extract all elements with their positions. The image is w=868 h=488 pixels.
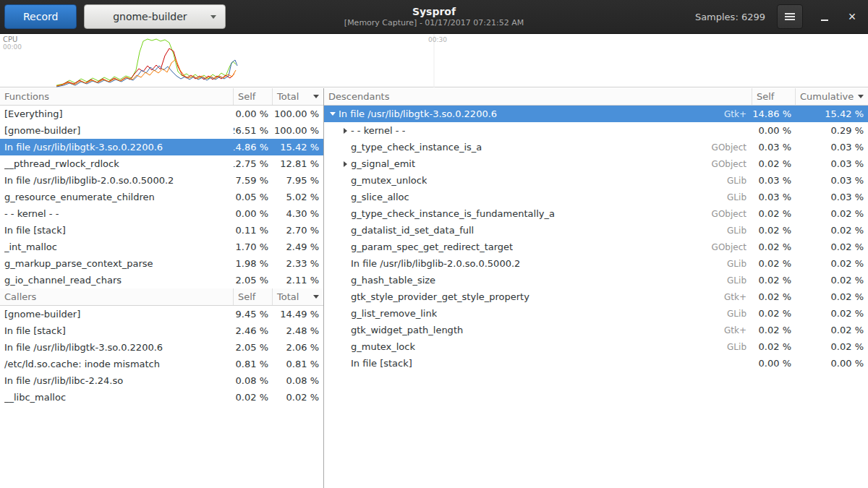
descendant-row[interactable]: g_param_spec_get_redirect_targetGObject0… [324,239,868,255]
time-tick-start: 00:00 [3,43,22,51]
descendant-row[interactable]: - - kernel - -0.00 %0.29 % [324,122,868,139]
descendant-row[interactable]: g_hash_table_sizeGLib0.02 %0.02 % [324,272,868,288]
cpu-line-cpu1 [56,48,234,86]
total-percent: 0.81 % [273,356,323,372]
function-row[interactable]: g_resource_enumerate_children0.05 %5.02 … [0,189,323,205]
library-tag: GObject [705,242,752,252]
symbol-name: gtk_style_provider_get_style_property [351,291,529,302]
symbol-name: In file [stack] [4,325,66,336]
expander-closed-icon[interactable] [339,128,351,134]
library-tag: GLib [720,259,752,269]
callers-column-header-callers[interactable]: Callers [0,288,234,305]
symbol-cell: - - kernel - - [0,205,234,222]
caller-row[interactable]: In file [stack]2.46 %2.48 % [0,322,323,339]
hamburger-icon [785,16,795,17]
symbol-name: In file /usr/lib/libglib-2.0.so.0.5000.2 [4,175,174,186]
column-title: Cumulative [800,91,854,102]
total-percent: 5.02 % [273,189,323,205]
library-tag: GLib [720,275,752,286]
descendant-row[interactable]: In file /usr/lib/libglib-2.0.so.0.5000.2… [324,255,868,272]
functions-column-header-self[interactable]: Self [234,88,273,105]
caller-row[interactable]: In file /usr/lib/libc-2.24.so0.08 %0.08 … [0,372,323,389]
self-percent: 0.00 % [752,122,796,139]
menu-button[interactable] [777,4,803,29]
descendant-row[interactable]: g_type_check_instance_is_fundamentally_a… [324,205,868,222]
function-row[interactable]: - - kernel - -0.00 %4.30 % [0,205,323,222]
symbol-cell: __pthread_rwlock_rdlock [0,155,234,172]
caller-row[interactable]: __libc_malloc0.02 %0.02 % [0,389,323,406]
descendant-row[interactable]: g_mutex_lockGLib0.02 %0.02 % [324,338,868,355]
function-row[interactable]: In file /usr/lib/libgtk-3.so.0.2200.614.… [0,139,323,155]
symbol-cell: In file [stack] [324,355,752,372]
functions-column-header-functions[interactable]: Functions [0,88,234,105]
self-percent: 14.86 % [234,139,273,155]
process-selector-dropdown[interactable]: gnome-builder [84,4,226,29]
symbol-name: [Everything] [4,108,63,119]
descendant-row[interactable]: In file /usr/lib/libgtk-3.so.0.2200.6Gtk… [324,106,868,122]
cpu-graph-panel[interactable]: CPU 00:00 00:30 [0,34,868,87]
column-title: Descendants [328,91,390,102]
symbol-cell: In file /usr/lib/libglib-2.0.so.0.5000.2… [324,255,752,272]
self-percent: 0.02 % [752,239,796,255]
expander-open-icon[interactable] [327,112,339,116]
descendant-row[interactable]: g_type_check_instance_is_aGObject0.03 %0… [324,139,868,155]
symbol-name: - - kernel - - [351,125,405,136]
function-row[interactable]: __pthread_rwlock_rdlock12.75 %12.81 % [0,155,323,172]
symbol-name: g_markup_parse_context_parse [4,258,153,269]
self-percent: 0.02 % [752,322,796,338]
functions-column-header-total[interactable]: Total [273,88,323,105]
descendant-row[interactable]: g_signal_emitGObject0.02 %0.03 % [324,155,868,172]
expander-closed-icon[interactable] [339,161,351,167]
functions-table: FunctionsSelfTotal[Everything]0.00 %100.… [0,88,323,288]
symbol-cell: In file /usr/lib/libgtk-3.so.0.2200.6 [0,139,234,155]
close-button[interactable]: × [841,4,864,29]
symbol-cell: g_io_channel_read_chars [0,272,234,288]
library-tag: GLib [720,226,752,236]
cumulative-percent: 0.03 % [796,189,868,205]
descendant-row[interactable]: g_list_remove_linkGLib0.02 %0.02 % [324,305,868,322]
function-row[interactable]: [Everything]0.00 %100.00 % [0,106,323,122]
self-percent: 2.05 % [234,339,273,356]
symbol-cell: g_mutex_lockGLib [324,338,752,355]
cpu-line-cpu0 [56,39,236,85]
minimize-button[interactable] [813,4,836,29]
descendant-row[interactable]: g_mutex_unlockGLib0.03 %0.03 % [324,172,868,189]
descendant-row[interactable]: gtk_style_provider_get_style_propertyGtk… [324,288,868,305]
library-tag: GObject [705,159,752,169]
symbol-name: - - kernel - - [4,208,59,219]
symbol-name: [gnome-builder] [4,125,80,136]
function-row[interactable]: In file /usr/lib/libglib-2.0.so.0.5000.2… [0,172,323,189]
symbol-cell: - - kernel - - [324,122,752,139]
cumulative-percent: 0.02 % [796,239,868,255]
symbol-cell: g_slice_allocGLib [324,189,752,205]
record-button[interactable]: Record [4,4,77,29]
function-row[interactable]: [gnome-builder]26.51 %100.00 % [0,122,323,139]
close-icon: × [848,10,856,23]
total-percent: 100.00 % [273,122,323,139]
function-row[interactable]: In file [stack]0.11 %2.70 % [0,222,323,239]
self-percent: 0.02 % [752,155,796,172]
symbol-cell: [gnome-builder] [0,122,234,139]
callers-column-header-self[interactable]: Self [234,288,273,305]
total-percent: 0.08 % [273,372,323,389]
descendant-row[interactable]: g_datalist_id_set_data_fullGLib0.02 %0.0… [324,222,868,239]
descendant-row[interactable]: gtk_widget_path_lengthGtk+0.02 %0.02 % [324,322,868,338]
caller-row[interactable]: /etc/ld.so.cache: inode mismatch0.81 %0.… [0,356,323,372]
function-row[interactable]: _int_malloc1.70 %2.49 % [0,239,323,255]
minimize-icon [821,20,828,21]
descendant-row[interactable]: In file [stack]0.00 %0.00 % [324,355,868,372]
descendants-column-header-cumulative[interactable]: Cumulative [796,88,868,105]
caller-row[interactable]: [gnome-builder]9.45 %14.49 % [0,306,323,322]
function-row[interactable]: g_markup_parse_context_parse1.98 %2.33 % [0,255,323,272]
symbol-cell: In file /usr/lib/libgtk-3.so.0.2200.6Gtk… [324,106,752,122]
caller-row[interactable]: In file /usr/lib/libgtk-3.so.0.2200.62.0… [0,339,323,356]
symbol-name: [gnome-builder] [4,309,80,320]
callers-column-header-total[interactable]: Total [273,288,323,305]
symbol-cell: [gnome-builder] [0,306,234,322]
symbol-cell: In file /usr/lib/libglib-2.0.so.0.5000.2 [0,172,234,189]
descendant-row[interactable]: g_slice_allocGLib0.03 %0.03 % [324,189,868,205]
function-row[interactable]: g_io_channel_read_chars2.05 %2.11 % [0,272,323,288]
descendants-column-header-descendants[interactable]: Descendants [324,88,752,105]
descendants-column-header-self[interactable]: Self [752,88,796,105]
symbol-cell: gtk_style_provider_get_style_propertyGtk… [324,288,752,305]
